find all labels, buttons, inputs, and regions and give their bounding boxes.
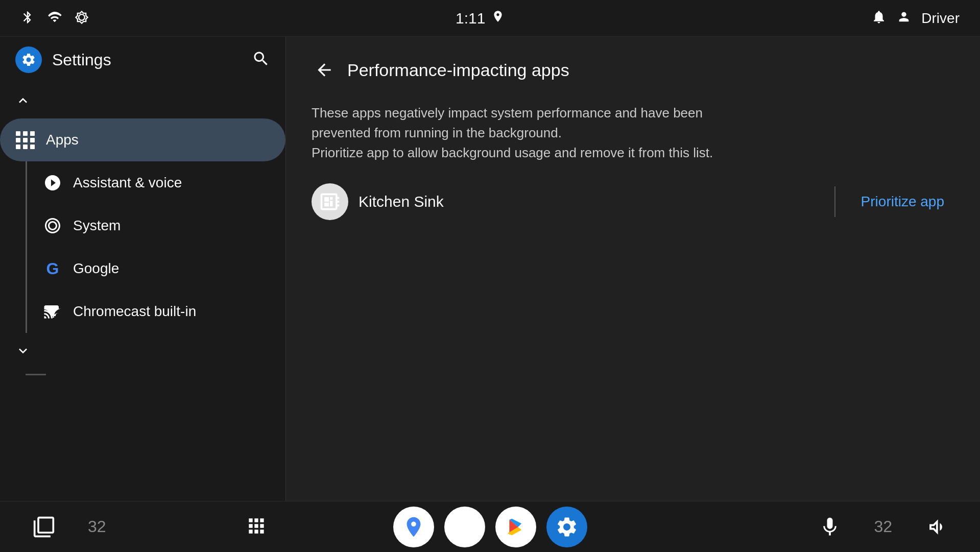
search-button[interactable] xyxy=(252,50,270,70)
app-name: Kitchen Sink xyxy=(358,193,444,210)
app-icon xyxy=(312,183,348,220)
bottom-center-apps xyxy=(393,507,587,547)
app-row: Kitchen Sink Prioritize app xyxy=(312,183,954,220)
collapse-up-button[interactable] xyxy=(10,88,36,113)
bottom-right: 32 xyxy=(817,514,949,540)
play-store-button[interactable] xyxy=(495,507,536,547)
settings-header: Settings xyxy=(0,37,285,83)
volume-button[interactable] xyxy=(923,514,949,540)
notification-icon xyxy=(871,9,887,28)
back-button[interactable] xyxy=(312,57,337,83)
recents-button[interactable] xyxy=(31,514,57,540)
system-icon xyxy=(42,215,63,236)
bluetooth-app-button[interactable] xyxy=(444,507,485,547)
sidebar-item-google-label: Google xyxy=(73,260,119,277)
right-panel: Performance-impacting apps These apps ne… xyxy=(286,37,980,501)
main-container: Settings xyxy=(0,37,980,501)
status-bar-center: 1:11 xyxy=(456,9,505,27)
right-number: 32 xyxy=(874,517,892,536)
profile-icon xyxy=(897,10,911,27)
status-bar: 1:11 Driver xyxy=(0,0,980,37)
prioritize-app-button[interactable]: Prioritize app xyxy=(851,188,954,215)
sidebar: Settings xyxy=(0,37,286,501)
sidebar-item-apps[interactable]: Apps xyxy=(0,118,285,161)
page-header: Performance-impacting apps xyxy=(312,57,954,83)
wifi-icon xyxy=(47,10,62,27)
location-icon xyxy=(491,9,505,27)
sidebar-item-system[interactable]: System xyxy=(27,204,285,247)
home-grid-button[interactable] xyxy=(245,515,268,539)
chromecast-icon xyxy=(42,301,63,322)
app-info: Kitchen Sink xyxy=(312,183,819,220)
maps-app-button[interactable] xyxy=(393,507,434,547)
sidebar-item-assistant[interactable]: Assistant & voice xyxy=(27,161,285,204)
settings-app-button[interactable] xyxy=(546,507,587,547)
microphone-button[interactable] xyxy=(817,514,843,540)
collapse-row-top xyxy=(0,83,285,118)
collapse-down-button[interactable] xyxy=(10,338,36,364)
apps-grid-icon xyxy=(15,130,36,150)
time-display: 1:11 xyxy=(456,10,485,27)
bottom-bar: 32 xyxy=(0,501,980,552)
bluetooth-icon xyxy=(20,10,35,27)
settings-title-group: Settings xyxy=(15,46,111,73)
page-title: Performance-impacting apps xyxy=(347,60,569,80)
brightness-icon xyxy=(75,10,89,27)
sidebar-item-apps-label: Apps xyxy=(46,132,79,148)
sidebar-item-google[interactable]: G Google xyxy=(27,247,285,290)
status-bar-left-icons xyxy=(20,10,89,27)
bottom-left: 32 xyxy=(31,514,106,540)
sidebar-item-system-label: System xyxy=(73,218,121,234)
assistant-icon xyxy=(42,173,63,193)
sidebar-item-chromecast[interactable]: Chromecast built-in xyxy=(27,290,285,333)
sidebar-item-chromecast-label: Chromecast built-in xyxy=(73,303,196,320)
description-text: These apps negatively impact system perf… xyxy=(312,103,720,163)
left-number: 32 xyxy=(88,517,106,536)
collapse-row-bottom xyxy=(0,333,285,369)
status-bar-right: Driver xyxy=(871,9,960,28)
google-icon: G xyxy=(42,258,63,279)
user-label: Driver xyxy=(921,10,960,27)
settings-app-icon xyxy=(15,46,42,73)
app-row-divider xyxy=(834,186,835,217)
settings-title: Settings xyxy=(52,51,111,69)
sidebar-item-assistant-label: Assistant & voice xyxy=(73,175,182,191)
